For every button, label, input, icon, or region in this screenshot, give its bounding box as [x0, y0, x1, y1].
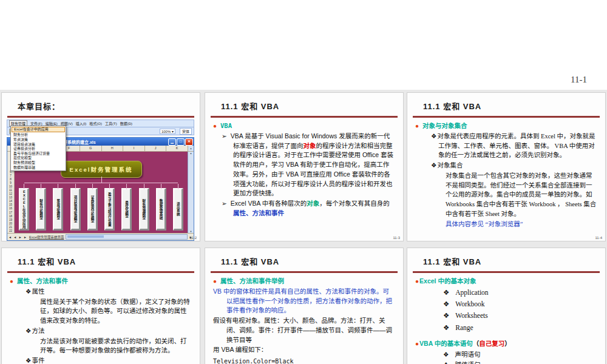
menu-item: 筹资决策 — [12, 138, 65, 143]
menu-item: 数据处理基础 — [12, 166, 65, 170]
list-item: ❖方法 — [10, 326, 192, 336]
horizontal-scrollbar — [66, 234, 187, 240]
list-item: ❖声明语句 — [415, 350, 597, 360]
slide-page-number: 11-3 — [393, 236, 400, 240]
close-icon: ✕ — [185, 138, 193, 146]
title-rule — [413, 116, 600, 118]
system-banner: Excel财务管理系统 — [61, 161, 142, 178]
excel-screenshot: 财务管理 文件(F) 编辑(E) 视图(V) 插入(I) 格式(O) 工具(T)… — [7, 120, 194, 235]
menu-item: Excel在会计中的应用 — [12, 127, 65, 132]
column-header: H — [102, 146, 124, 151]
minimize-icon: ▁ — [168, 138, 176, 146]
excel-sheet-tab-bar: ◄ ◄ ► ► Excel财务管理系统界面 ► — [7, 233, 194, 240]
sheet-nav-icons: ◄ ◄ ► ► — [8, 235, 27, 239]
slide-title: 11.1 宏和 VBA — [18, 255, 194, 267]
title-rule — [7, 116, 194, 118]
scroll-thumb — [67, 235, 103, 238]
list-item: ❖Range — [415, 323, 597, 333]
diamond-bullet-icon: ❖ — [443, 324, 449, 331]
sheet-tab: Excel财务管理系统界面 — [29, 235, 64, 240]
excel-menu-insert: 插入(I) — [76, 121, 87, 126]
list-item: ❖Workbook — [415, 299, 597, 309]
body-paragraph: ➢VBA 是基于 Visual Basic for Windows 发展而来的新… — [213, 132, 395, 198]
section-heading: 属性、方法和事件举例 — [220, 277, 284, 285]
diamond-bullet-icon: ❖ — [25, 357, 31, 364]
dropdown-arrow-icon: ▾ — [172, 130, 174, 133]
diamond-bullet-icon: ❖ — [443, 361, 449, 364]
arrow-bullet-icon: ➢ — [222, 132, 227, 140]
title-rule — [211, 271, 398, 273]
diamond-bullet-icon: ❖ — [443, 289, 449, 296]
bullet-icon: ● — [415, 340, 419, 347]
section-heading: 属性、方法和事件 — [17, 277, 68, 285]
menu-item: 最优化模型 — [12, 156, 65, 161]
slide-thumbnail-3[interactable]: 11.1 宏和 VBA ●对象与对象集合 ❖对象是代表应用程序的元素。具体到 E… — [407, 92, 606, 241]
scroll-up-icon: ▲ — [188, 152, 194, 155]
slide-thumbnail-4[interactable]: 11.1 宏和 VBA ●属性、方法和事件 ❖属性 属性是关于某个对象的状态（数… — [1, 248, 200, 364]
list-item: ❖事件 — [10, 356, 192, 364]
body-paragraph: 对象集合是一个包含其它对象的对象，这些对象通常不是相同类型。他们经过一个关系集合… — [415, 171, 597, 219]
menu-item: 证券投资分析 — [12, 147, 65, 152]
slide-title: 本章目标： — [18, 100, 194, 112]
list-item: ❖属性 — [10, 287, 192, 297]
pillar-button: 财务分析模型 — [36, 188, 46, 231]
vertical-scrollbar: ▲ ▼ — [188, 152, 194, 233]
excel-menu-format: 格式(O) — [89, 121, 102, 126]
body-paragraph: 用 VBA 编程如下： — [213, 345, 395, 355]
bullet-icon: ● — [213, 123, 217, 129]
section-heading: Excel 中的基本对象 — [419, 277, 476, 285]
menu-item: 盈亏平衡与经济订货量 — [12, 152, 65, 157]
slide-thumbnail-1[interactable]: 本章目标： 财务管理 文件(F) 编辑(E) 视图(V) 插入(I) 格式(O)… — [1, 92, 200, 241]
body-paragraph: 方法是该对象可能被要求去执行的动作，如关闭、打开等。每一种想要对象做的操作都被称… — [10, 337, 192, 356]
column-header: G — [80, 146, 102, 151]
slide-sorter-area: 本章目标： 财务管理 文件(F) 编辑(E) 视图(V) 插入(I) 格式(O)… — [0, 90, 607, 364]
list-item: ❖Application — [415, 288, 597, 298]
pillar-button: 最优化模型 — [121, 188, 132, 231]
slide-title: 11.1 宏和 VBA — [221, 100, 397, 112]
body-paragraph: 属性是关于某个对象的状态（数据），定义了对象的特征，如球的大小、颜色等。可以通过… — [10, 297, 192, 326]
pillar-button: 盈亏平衡与经济订货量 — [104, 188, 115, 231]
bullet-icon: ● — [415, 278, 419, 285]
pillar-button: 财务预测模型 — [139, 188, 149, 231]
pillar-button: 筹资决策模型 — [53, 188, 63, 231]
body-paragraph: 假设有电视对象。属性：大小、颜色、品牌。方法：打开、关闭、调频。事件：打开事件—… — [213, 316, 395, 345]
module-pillars: EXCEL在会计中应用 财务分析模型 筹资决策模型 项目投资决策模型 证券投资分… — [19, 188, 183, 231]
diamond-bullet-icon: ❖ — [431, 133, 436, 140]
column-header: J — [145, 146, 167, 151]
title-rule — [7, 271, 194, 273]
document-page-number: 11-1 — [571, 75, 587, 85]
font-name-box: 宋体 — [180, 128, 192, 135]
slide-thumbnail-6[interactable]: 11.1 宏和 VBA ●Excel 中的基本对象 ❖Application ❖… — [407, 248, 606, 364]
excel-dropdown-menu: Excel在会计中的应用 财务分析 筹资决策 项目投资决策 证券投资分析 盈亏平… — [10, 126, 66, 171]
diamond-bullet-icon: ❖ — [431, 162, 436, 169]
connector-line — [24, 183, 178, 183]
column-header: I — [123, 146, 145, 151]
pillar-button: 项目投资决策模型 — [70, 188, 81, 231]
pillar-button: 数据处理基础 — [156, 188, 166, 231]
list-item: ❖赋值语句 — [415, 360, 597, 364]
title-rule — [413, 271, 600, 273]
diamond-bullet-icon: ❖ — [443, 300, 449, 308]
section-heading: VBA — [220, 122, 232, 129]
slide-title: 11.1 宏和 VBA — [423, 100, 599, 112]
scroll-down-icon: ▼ — [188, 230, 194, 233]
section-heading: VBA 中的基本语句 — [419, 340, 473, 347]
menu-item: 财务分析 — [12, 133, 65, 138]
slide-thumbnail-2[interactable]: 11.1 宏和 VBA ●VBA ➢VBA 是基于 Visual Basic f… — [205, 92, 404, 241]
bullet-icon: ● — [10, 278, 13, 285]
section-heading: 对象与对象集合 — [422, 123, 467, 129]
pillar-button: EXCEL在会计中应用 — [19, 188, 29, 231]
diamond-bullet-icon: ❖ — [25, 288, 31, 295]
slide-title: 11.1 宏和 VBA — [221, 255, 397, 267]
slide-thumbnail-5[interactable]: 11.1 宏和 VBA ●属性、方法和事件举例 VB 中的窗体和控件是具有自己的… — [205, 248, 404, 364]
menu-item: 项目投资决策 — [12, 143, 65, 147]
body-paragraph: VB 中的窗体和控件是具有自己的属性、方法和事件的对象。可以把属性看作一个对象的… — [213, 287, 395, 315]
slide-title: 11.1 宏和 VBA — [423, 255, 599, 267]
bullet-icon: ● — [415, 123, 419, 129]
bullet-icon: ● — [213, 278, 217, 285]
menu-item: 财务预测模型 — [12, 161, 65, 166]
reference-note: 具体内容参见 “对象浏览器” — [415, 220, 597, 229]
zoom-level-box: 100% ▾ — [160, 129, 175, 134]
pillar-button: 退出系统 — [173, 188, 183, 231]
excel-menu-tools: 工具(T) — [105, 121, 117, 126]
